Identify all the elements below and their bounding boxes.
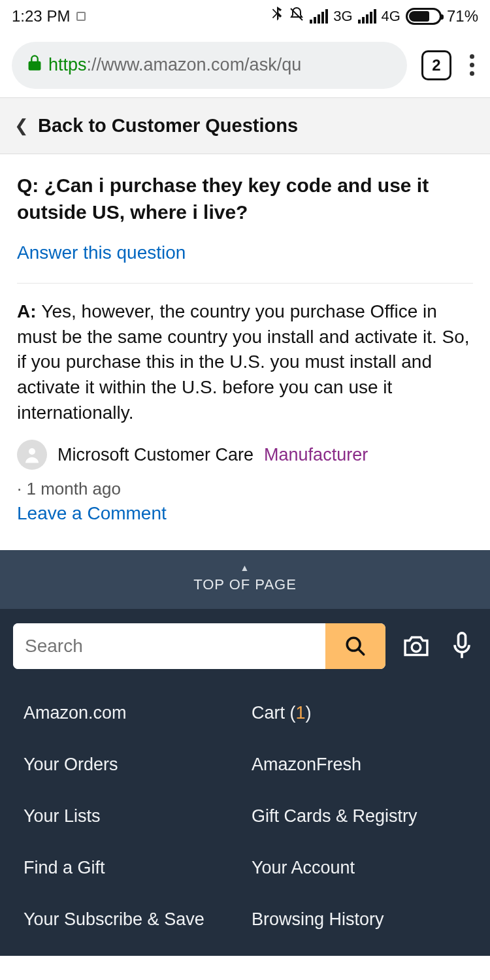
question-block: Q: ¿Can i purchase they key code and use… bbox=[17, 172, 473, 225]
battery-icon bbox=[406, 8, 442, 25]
signal-2-icon bbox=[358, 9, 376, 24]
svg-point-4 bbox=[412, 643, 421, 652]
top-of-page-button[interactable]: ▲ TOP OF PAGE bbox=[0, 550, 490, 609]
page-footer: ▲ TOP OF PAGE Amazon.com Cart (1) Your O… bbox=[0, 550, 490, 956]
microphone-icon bbox=[451, 632, 473, 661]
question-text: ¿Can i purchase they key code and use it… bbox=[17, 174, 429, 223]
answer-this-question-link[interactable]: Answer this question bbox=[17, 242, 473, 263]
footer-link-account[interactable]: Your Account bbox=[252, 858, 466, 878]
search-box bbox=[13, 623, 385, 669]
tabs-button[interactable]: 2 bbox=[421, 50, 451, 80]
url-path: ://www.amazon.com/ask/qu bbox=[87, 55, 302, 75]
caret-up-icon: ▲ bbox=[0, 563, 490, 572]
clock: 1:23 PM bbox=[12, 7, 70, 25]
footer-link-subscribe[interactable]: Your Subscribe & Save bbox=[24, 909, 238, 930]
answer-text: Yes, however, the country you purchase O… bbox=[17, 301, 470, 423]
network-2-label: 4G bbox=[382, 8, 400, 25]
camera-icon bbox=[402, 634, 431, 659]
footer-link-cart[interactable]: Cart (1) bbox=[252, 703, 466, 723]
notification-icon bbox=[76, 12, 86, 21]
footer-link-history[interactable]: Browsing History bbox=[252, 909, 466, 930]
footer-link-fresh[interactable]: AmazonFresh bbox=[252, 755, 466, 775]
avatar-icon bbox=[17, 440, 47, 470]
divider bbox=[17, 283, 473, 284]
tab-count: 2 bbox=[432, 56, 440, 74]
footer-search-row bbox=[0, 609, 490, 687]
bluetooth-icon bbox=[270, 7, 284, 26]
manufacturer-badge: Manufacturer bbox=[264, 445, 368, 465]
answer-timestamp: · 1 month ago bbox=[17, 479, 473, 499]
browser-bar: https://www.amazon.com/ask/qu 2 bbox=[0, 33, 490, 98]
back-to-questions[interactable]: ❮ Back to Customer Questions bbox=[0, 98, 490, 154]
status-bar: 1:23 PM 3G 4G 71% bbox=[0, 0, 490, 33]
footer-link-orders[interactable]: Your Orders bbox=[24, 755, 238, 775]
search-input[interactable] bbox=[13, 623, 325, 669]
cart-count: 1 bbox=[296, 703, 306, 723]
footer-link-amazon[interactable]: Amazon.com bbox=[24, 703, 238, 723]
svg-line-3 bbox=[358, 649, 364, 655]
footer-link-findgift[interactable]: Find a Gift bbox=[24, 858, 238, 878]
author-row: Microsoft Customer Care Manufacturer bbox=[17, 440, 473, 470]
lock-icon bbox=[27, 54, 42, 76]
battery-percent: 71% bbox=[447, 7, 478, 25]
q-prefix: Q: bbox=[17, 174, 44, 196]
camera-search-button[interactable] bbox=[401, 631, 431, 661]
footer-links: Amazon.com Cart (1) Your Orders AmazonFr… bbox=[0, 687, 490, 956]
a-prefix: A: bbox=[17, 301, 41, 321]
search-button[interactable] bbox=[325, 623, 385, 669]
back-label: Back to Customer Questions bbox=[38, 115, 298, 137]
author-name: Microsoft Customer Care bbox=[57, 445, 253, 465]
search-icon bbox=[344, 635, 367, 657]
svg-point-1 bbox=[29, 448, 35, 455]
menu-button[interactable] bbox=[466, 50, 478, 80]
svg-rect-5 bbox=[459, 633, 466, 647]
top-of-page-label: TOP OF PAGE bbox=[193, 576, 297, 593]
url-bar[interactable]: https://www.amazon.com/ask/qu bbox=[12, 42, 407, 89]
footer-link-lists[interactable]: Your Lists bbox=[24, 806, 238, 826]
leave-comment-link[interactable]: Leave a Comment bbox=[17, 503, 473, 524]
footer-link-giftcards[interactable]: Gift Cards & Registry bbox=[252, 806, 466, 826]
answer-block: A: Yes, however, the country you purchas… bbox=[17, 299, 473, 425]
network-1-label: 3G bbox=[333, 8, 352, 25]
signal-1-icon bbox=[310, 9, 328, 24]
chevron-left-icon: ❮ bbox=[14, 116, 29, 136]
voice-search-button[interactable] bbox=[447, 631, 477, 661]
qa-content: Q: ¿Can i purchase they key code and use… bbox=[0, 154, 490, 550]
mute-icon bbox=[289, 7, 304, 26]
url-scheme: https bbox=[48, 55, 87, 75]
